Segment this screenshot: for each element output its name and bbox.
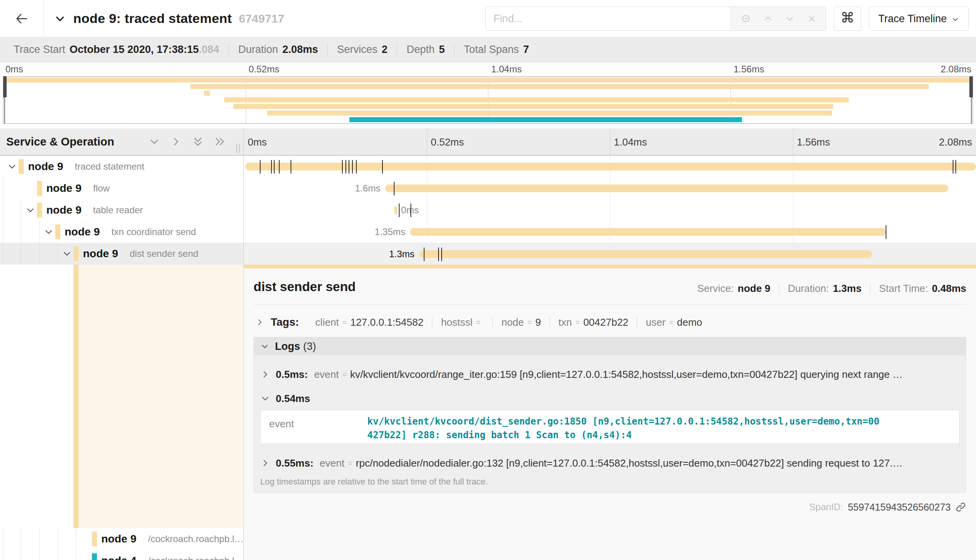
chevron-down-icon[interactable] xyxy=(785,14,795,24)
tag-equals: = xyxy=(576,318,580,327)
duration-label: Duration: xyxy=(788,283,829,295)
span-timeline-cell[interactable]: 1.3ms xyxy=(244,243,976,265)
span-timeline-cell[interactable]: 1.35ms xyxy=(244,221,976,243)
span-id-label: SpanID: xyxy=(809,502,843,513)
tag-value: 127.0.0.1:54582 xyxy=(350,316,423,328)
tag-key: hostssl xyxy=(441,316,472,328)
tags-row[interactable]: Tags: client=127.0.0.1:54582hostssl=node… xyxy=(254,311,966,333)
minimap-tick-label: 0.52ms xyxy=(249,64,280,75)
minimap-tick-label: 0ms xyxy=(5,64,23,75)
span-row[interactable]: node 9dist sender send1.3ms xyxy=(0,243,976,265)
tag-equals: = xyxy=(527,318,532,327)
tags-label: Tags: xyxy=(271,316,299,328)
tag-item: txn=00427b22 xyxy=(550,316,637,328)
locate-icon[interactable] xyxy=(740,13,751,24)
trace-minimap: 0ms0.52ms1.04ms1.56ms2.08ms xyxy=(0,62,976,128)
log-marker-tick xyxy=(953,160,953,174)
collapse-all-icon[interactable] xyxy=(192,136,204,147)
operation-name: traced statement xyxy=(75,161,144,172)
link-icon[interactable] xyxy=(955,502,966,513)
service-color-bar xyxy=(74,246,79,261)
chevron-up-icon[interactable] xyxy=(763,14,773,24)
logs-label: Logs xyxy=(275,341,300,353)
chevron-down-icon[interactable] xyxy=(25,205,35,215)
span-timeline-cell[interactable]: 1.6ms xyxy=(244,177,976,199)
span-tree-item[interactable]: node 9flow xyxy=(0,177,243,199)
tag-key: txn xyxy=(558,316,572,328)
log-entry[interactable]: 0.5ms:event=kv/kvclient/kvcoord/range_it… xyxy=(260,365,960,384)
collapse-controls xyxy=(148,136,226,147)
minimap-span-bar xyxy=(267,111,832,116)
minimap-right-scrubber[interactable] xyxy=(969,76,973,97)
logs-count: (3) xyxy=(303,341,316,353)
service-name: node 9 xyxy=(101,533,136,545)
log-entry-expanded-header[interactable]: 0.54ms xyxy=(260,389,960,408)
detail-left-column xyxy=(0,265,243,528)
service-color-bar xyxy=(37,203,42,218)
chevron-down-icon xyxy=(260,342,270,351)
span-row[interactable]: node 9table reader0ms xyxy=(0,199,976,221)
expand-one-icon[interactable] xyxy=(170,136,182,147)
log-marker-tick xyxy=(342,160,343,174)
span-tree-item[interactable]: node 9dist sender send xyxy=(0,243,243,265)
depth-label: Depth xyxy=(407,44,435,56)
chevron-down-icon[interactable] xyxy=(62,249,72,259)
service-name: node 9 xyxy=(46,182,81,195)
logs-body: 0.5ms:event=kv/kvclient/kvcoord/range_it… xyxy=(254,355,966,493)
page-title: node 9: traced statement xyxy=(73,11,232,26)
span-tree-item[interactable]: node 9/cockroach.roachpb.l… xyxy=(0,528,243,550)
header-controls: ⌘ Trace Timeline xyxy=(485,7,969,31)
logs-header[interactable]: Logs (3) xyxy=(254,337,966,355)
column-divider[interactable] xyxy=(243,128,244,560)
tag-equals: = xyxy=(342,318,347,327)
tag-item: hostssl= xyxy=(432,316,492,328)
column-resize-handle[interactable] xyxy=(236,144,240,153)
span-tree-item[interactable]: node 9traced statement xyxy=(0,156,243,177)
view-selector-button[interactable]: Trace Timeline xyxy=(869,7,969,31)
tag-value: 00427b22 xyxy=(583,316,629,328)
span-duration-bar[interactable] xyxy=(385,184,948,192)
log-marker-tick xyxy=(955,160,956,174)
chevron-down-icon[interactable] xyxy=(44,227,54,237)
collapse-one-icon[interactable] xyxy=(148,136,160,147)
log-marker-tick xyxy=(410,204,411,217)
minimap-span-bar xyxy=(190,84,929,89)
span-detail-tint xyxy=(79,265,243,528)
span-duration-bar[interactable] xyxy=(419,250,872,258)
axis-tick-label: 0.52ms xyxy=(431,136,464,148)
span-row[interactable]: node 9traced statement xyxy=(0,156,976,177)
chevron-right-icon xyxy=(255,318,264,327)
span-timeline-cell[interactable]: 0ms xyxy=(244,199,976,221)
clear-icon[interactable] xyxy=(807,14,817,24)
log-marker-tick xyxy=(886,225,886,239)
log-entry[interactable]: 0.55ms:event=rpc/nodedialer/nodedialer.g… xyxy=(260,453,960,473)
operation-name: /cockroach.roachpb.l… xyxy=(148,534,243,544)
span-tree-item[interactable]: node 4/cockroach.roachpb.l… xyxy=(0,550,243,560)
span-tree-item[interactable]: node 9txn coordinator send xyxy=(0,221,243,243)
back-button[interactable] xyxy=(0,0,44,37)
log-marker-tick xyxy=(424,248,425,261)
span-duration-bar[interactable] xyxy=(394,206,397,214)
log-timestamp: 0.5ms: xyxy=(276,369,308,381)
span-duration-bar[interactable] xyxy=(410,228,886,236)
log-marker-tick xyxy=(279,160,280,174)
chevron-down-icon[interactable] xyxy=(54,12,66,25)
span-duration-bar[interactable] xyxy=(245,163,976,170)
log-marker-tick xyxy=(345,160,346,174)
minimap-left-scrubber[interactable] xyxy=(3,76,7,97)
expand-all-icon[interactable] xyxy=(214,136,226,147)
find-input[interactable] xyxy=(486,7,731,30)
span-tree-item[interactable]: node 9table reader xyxy=(0,199,243,221)
minimap-canvas[interactable] xyxy=(3,76,973,124)
span-row[interactable]: node 9flow1.6ms xyxy=(0,177,976,199)
keyboard-shortcuts-button[interactable]: ⌘ xyxy=(834,7,861,31)
service-color-bar xyxy=(37,181,42,196)
span-row[interactable]: node 9txn coordinator send1.35ms xyxy=(0,221,976,243)
chevron-down-icon[interactable] xyxy=(7,162,17,172)
log-marker-tick xyxy=(399,204,400,217)
log-marker-tick xyxy=(382,160,383,174)
duration-value: 2.08ms xyxy=(282,44,318,56)
log-marker-tick xyxy=(352,160,353,174)
chevron-down-icon xyxy=(260,393,270,404)
span-timeline-cell[interactable] xyxy=(244,156,976,177)
